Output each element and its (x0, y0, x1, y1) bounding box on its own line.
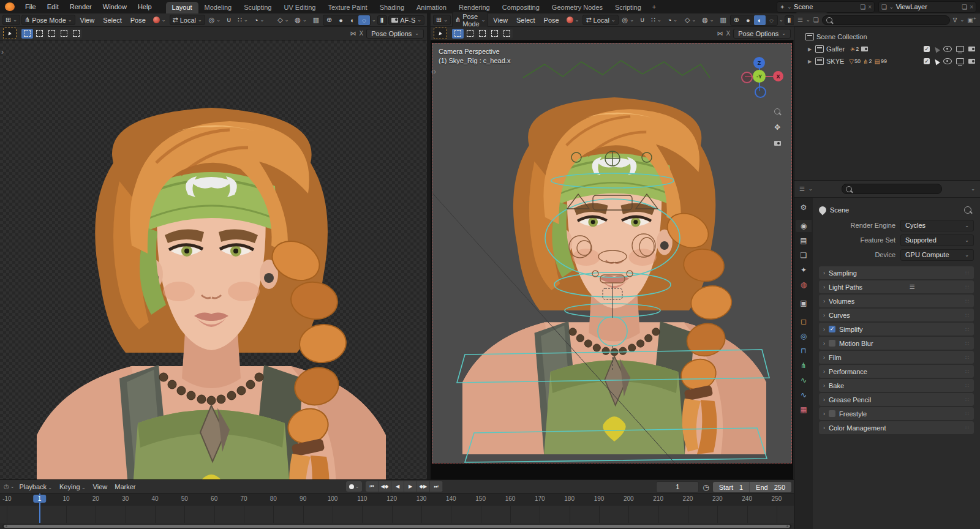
properties-options-dropdown[interactable]: ⌄ (971, 186, 975, 192)
copy-icon[interactable]: ❏ (860, 4, 865, 10)
pose-blend-dropdown[interactable]: ⌄ (564, 16, 582, 24)
section-checkbox[interactable] (829, 340, 835, 347)
zoom-tool-icon[interactable] (771, 105, 784, 118)
menu-window[interactable]: Window (97, 3, 132, 10)
outliner-row-scene-collection[interactable]: Scene Collection (797, 31, 978, 43)
field-value-dropdown[interactable]: Supported⌄ (900, 234, 974, 246)
camera-view-icon[interactable] (771, 137, 784, 150)
xray-toggle[interactable]: ▥ (311, 15, 322, 24)
gizmo-dropdown[interactable]: ◇⌄ (275, 15, 291, 24)
outliner-editor-icon[interactable]: ❏ (813, 17, 819, 23)
viewport-menu-view[interactable]: View (489, 16, 511, 24)
checkbox-icon[interactable]: ✓ (924, 58, 930, 64)
section-motion-blur[interactable]: ›Motion Blur∷ (819, 337, 974, 350)
shading-wireframe-button[interactable]: ⊕ (731, 15, 742, 25)
shading-solid-button[interactable]: ● (335, 15, 347, 25)
select-extend-button[interactable] (464, 29, 476, 39)
render-visibility-icon[interactable] (968, 59, 975, 64)
pause-button[interactable]: ‖ (785, 15, 794, 25)
workspace-tab-texture-paint[interactable]: Texture Paint (322, 2, 373, 13)
select-intersect-button[interactable] (70, 29, 82, 39)
tweak-tool-button[interactable] (3, 28, 17, 39)
transform-orientation-dropdown[interactable]: ⇄Local⌄ (582, 15, 618, 25)
viewport-menu-select[interactable]: Select (99, 16, 126, 24)
prev-keyframe-button[interactable]: ◀◆ (379, 481, 391, 492)
frame-end-field[interactable]: End250 (749, 482, 791, 492)
section-sampling[interactable]: ›Sampling∷ (819, 266, 974, 279)
select-set-button[interactable] (452, 29, 464, 39)
viewport-camera[interactable]: Camera Perspective (1) Skye_Rig : c_head… (431, 40, 793, 479)
shading-solid-button[interactable]: ● (742, 15, 754, 25)
pose-options-dropdown[interactable]: Pose Options⌄ (366, 29, 424, 39)
checkbox-icon[interactable]: ✓ (924, 46, 930, 52)
section-simplify[interactable]: ›✓Simplify∷ (819, 323, 974, 336)
editor-type-dropdown[interactable]: ⊞⌄ (433, 15, 451, 25)
scene-selector[interactable]: ✦⌄ Scene ❏ × (777, 1, 875, 13)
new-collection-button[interactable]: ▣⁺ (967, 17, 976, 23)
properties-tab-bone-constraint[interactable]: ∿ (796, 389, 812, 401)
workspace-tab-animation[interactable]: Animation (410, 2, 453, 13)
overlays-dropdown[interactable]: ◍⌄ (292, 15, 309, 24)
axis-x[interactable]: X (773, 71, 783, 81)
auto-keyframe-toggle[interactable]: ⌄ (346, 481, 362, 492)
properties-tab-scene[interactable]: ✦ (796, 264, 812, 276)
mirror-x-toggle[interactable]: X (726, 30, 731, 37)
field-value-dropdown[interactable]: GPU Compute⌄ (900, 249, 974, 261)
outliner-search-input[interactable] (822, 15, 950, 25)
timeline-menu-keying[interactable]: Keying ⌄ (56, 482, 89, 491)
pan-hand-icon[interactable]: ✥ (771, 121, 784, 134)
properties-tab-physics[interactable]: ◎ (796, 330, 812, 342)
workspace-tab-geometry-nodes[interactable]: Geometry Nodes (546, 2, 609, 13)
select-set-button[interactable] (21, 29, 33, 39)
menu-file[interactable]: File (20, 3, 42, 10)
viewport-visibility-icon[interactable] (956, 58, 964, 64)
jump-to-start-button[interactable]: ⏮ (366, 481, 379, 492)
viewport-visibility-icon[interactable] (956, 46, 964, 52)
snap-toggle[interactable]: ∪ (224, 15, 234, 24)
proportional-edit-dropdown[interactable]: ◔⌄ (252, 16, 266, 24)
gizmo-dropdown[interactable]: ◇⌄ (682, 15, 698, 24)
workspace-tab-layout[interactable]: Layout (166, 2, 198, 13)
expand-icon[interactable]: ▶ (807, 59, 813, 64)
section-color-management[interactable]: ›Color Management∷ (819, 421, 974, 434)
timeline-scrollbar[interactable] (2, 524, 791, 528)
snap-settings-dropdown[interactable]: ∷⌄ (235, 15, 251, 24)
filter-icon[interactable]: ∇ (953, 17, 957, 23)
section-film[interactable]: ›Film∷ (819, 351, 974, 364)
mirror-butterfly-icon[interactable]: ⋈ (717, 30, 723, 37)
navigation-gizmo[interactable]: Z -Y X (740, 57, 780, 97)
timeline-menu-playback[interactable]: Playback ⌄ (15, 482, 56, 491)
workspace-tab-modeling[interactable]: Modeling (198, 2, 238, 13)
play-button[interactable]: ▶ (404, 481, 417, 492)
section-checkbox[interactable] (829, 410, 835, 417)
mode-dropdown[interactable]: ⋔Pose Mode⌄ (21, 15, 75, 25)
viewlayer-selector[interactable]: ❏⌄ ViewLayer ❏ × (878, 1, 976, 13)
properties-tab-constraints[interactable]: ⊓ (796, 345, 812, 357)
select-subtract-button[interactable] (46, 29, 58, 39)
shading-rendered-button[interactable]: ◌ (358, 15, 370, 25)
outliner-row-gaffer[interactable]: ▶Gaffer☀2✓ (797, 43, 978, 55)
expand-icon[interactable]: ▶ (807, 47, 813, 52)
shading-rendered-button[interactable]: ◌ (766, 15, 777, 25)
select-invert-button[interactable] (58, 29, 70, 39)
viewport-menu-select[interactable]: Select (513, 16, 539, 24)
blender-logo-icon[interactable] (5, 2, 15, 11)
select-extend-button[interactable] (34, 29, 45, 39)
axis-y-neg[interactable]: -Y (753, 70, 766, 83)
viewport-rendered[interactable]: › (0, 40, 427, 479)
viewport-menu-view[interactable]: View (77, 16, 99, 24)
camera-af-widget[interactable]: AF-S⌄ (388, 15, 424, 25)
workspace-tab-sculpting[interactable]: Sculpting (238, 2, 277, 13)
current-frame-field[interactable]: 1 (656, 481, 699, 493)
workspace-tab-shading[interactable]: Shading (374, 2, 410, 13)
shading-material-button[interactable]: ◐ (347, 15, 358, 25)
pose-blend-dropdown[interactable]: ⌄ (151, 16, 168, 24)
mirror-x-toggle[interactable]: X (360, 30, 364, 37)
copy-icon[interactable]: ❏ (962, 4, 967, 10)
axis-z-neg[interactable] (755, 86, 766, 98)
overlays-dropdown[interactable]: ◍⌄ (699, 15, 716, 24)
selectable-cursor-icon[interactable] (933, 58, 940, 65)
mode-dropdown[interactable]: ⋔Pose Mode⌄ (452, 12, 488, 29)
section-bake[interactable]: ›Bake∷ (819, 379, 974, 392)
stopwatch-icon[interactable]: ◷ (703, 483, 709, 492)
